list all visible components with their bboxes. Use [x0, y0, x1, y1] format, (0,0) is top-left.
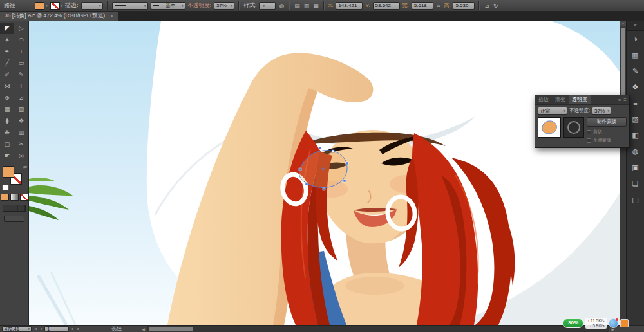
- fill-dropdown-icon[interactable]: ▾: [46, 4, 48, 8]
- tool-gradient[interactable]: ▧: [14, 104, 28, 115]
- first-artboard-icon[interactable]: «: [33, 326, 37, 332]
- chevron-down-icon[interactable]: ▾: [608, 109, 610, 113]
- fill-swatch[interactable]: [3, 166, 14, 178]
- graphic-styles-panel-icon[interactable]: ▣: [627, 160, 644, 176]
- tool-column-graph[interactable]: ▥: [14, 127, 28, 138]
- horizontal-scroll-thumb[interactable]: [149, 327, 193, 331]
- clip-option[interactable]: 剪切: [587, 129, 627, 135]
- constrain-proportions-icon[interactable]: ∞: [436, 3, 441, 9]
- tool-perspective-grid[interactable]: ⊿: [14, 92, 28, 104]
- tool-pen[interactable]: ✒: [0, 46, 14, 57]
- tray-app-icon[interactable]: [620, 319, 629, 327]
- chevron-down-icon[interactable]: ▾: [28, 327, 30, 331]
- tool-shape-builder[interactable]: ⊕: [0, 92, 14, 104]
- tool-artboard[interactable]: ▢: [0, 138, 14, 150]
- tool-type[interactable]: T: [14, 46, 28, 57]
- scroll-up-icon[interactable]: ▲: [620, 21, 626, 26]
- tab-transparency[interactable]: 透明度: [569, 95, 591, 104]
- previous-artboard-icon[interactable]: ‹: [39, 326, 43, 332]
- tab-gradient[interactable]: 渐变: [552, 95, 569, 104]
- document-tab[interactable]: 36 [转换].AI* @ 472.4% (RGB/GPU 预览) ×: [0, 12, 118, 21]
- next-artboard-icon[interactable]: ›: [71, 326, 74, 332]
- tab-stroke[interactable]: 描边: [535, 95, 552, 104]
- tool-eyedropper[interactable]: ⧫: [0, 115, 14, 127]
- opacity-combo[interactable]: 37% ▾: [214, 2, 234, 10]
- expand-panels-icon[interactable]: «: [627, 21, 644, 31]
- layers-panel-icon[interactable]: ❏: [627, 176, 644, 192]
- object-thumbnail[interactable]: [538, 117, 561, 138]
- panel-opacity-combo[interactable]: 37% ▾: [592, 107, 611, 115]
- recolor-artwork-icon[interactable]: ◍: [278, 3, 285, 9]
- y-position-field[interactable]: 58.642: [373, 2, 400, 10]
- chevron-down-icon[interactable]: ▾: [564, 109, 565, 113]
- tool-line[interactable]: ╱: [0, 57, 14, 69]
- mask-thumbnail[interactable]: [564, 117, 584, 138]
- tool-pencil[interactable]: ✎: [14, 69, 28, 80]
- close-icon[interactable]: ×: [110, 13, 113, 19]
- artboard-number-field[interactable]: 1: [44, 326, 69, 332]
- invert-mask-option[interactable]: 反相蒙版: [587, 137, 627, 143]
- tool-direct-selection[interactable]: ▷: [14, 23, 28, 34]
- tool-magic-wand[interactable]: ✶: [0, 34, 14, 46]
- opacity-label[interactable]: 不透明度:: [188, 2, 211, 10]
- chevron-down-icon[interactable]: ▾: [99, 4, 101, 8]
- tool-rectangle[interactable]: ▭: [14, 57, 28, 69]
- brush-definition-combo[interactable]: 基本 ▾: [151, 2, 185, 10]
- color-button[interactable]: [1, 194, 9, 201]
- height-field[interactable]: 5.530: [453, 2, 475, 10]
- scroll-left-icon[interactable]: ◀: [142, 327, 145, 331]
- symbols-panel-icon[interactable]: ❖: [627, 79, 644, 95]
- last-artboard-icon[interactable]: »: [76, 326, 80, 332]
- brushes-panel-icon[interactable]: ✎: [627, 63, 644, 79]
- width-profile-combo[interactable]: ▾: [112, 2, 148, 10]
- stroke-dropdown-icon[interactable]: ▾: [61, 4, 63, 8]
- chevron-down-icon[interactable]: ▾: [263, 4, 265, 8]
- gradient-button[interactable]: [10, 194, 19, 201]
- invert-mask-checkbox[interactable]: [587, 138, 591, 143]
- x-position-field[interactable]: 148.421: [336, 2, 363, 10]
- stroke-weight-combo[interactable]: ▾: [81, 2, 103, 10]
- vertical-scrollbar[interactable]: ▲ ▼: [620, 21, 626, 325]
- tool-lasso[interactable]: ◠: [14, 34, 28, 46]
- panel-menu-icon[interactable]: ≡: [623, 97, 627, 103]
- document-canvas[interactable]: [29, 21, 620, 325]
- align-horizontal-icon[interactable]: ▤: [294, 3, 301, 9]
- tool-slice[interactable]: ✂: [14, 138, 28, 150]
- align-vertical-icon[interactable]: ▥: [303, 3, 310, 9]
- width-field[interactable]: 5.618: [412, 2, 433, 10]
- swap-fill-stroke-icon[interactable]: ⇄: [23, 165, 27, 170]
- screen-mode-button[interactable]: [4, 216, 24, 222]
- swatches-panel-icon[interactable]: ▦: [627, 47, 644, 63]
- style-combo[interactable]: ▾: [259, 2, 276, 10]
- default-fill-stroke-icon[interactable]: [2, 185, 9, 190]
- color-panel-icon[interactable]: ◑: [627, 31, 644, 47]
- tool-blend[interactable]: ❖: [14, 115, 28, 127]
- artboards-panel-icon[interactable]: ▢: [627, 192, 644, 208]
- shear-icon[interactable]: ⊿: [484, 3, 490, 9]
- distribute-icon[interactable]: ▦: [312, 3, 319, 9]
- tool-width[interactable]: ⋈: [0, 80, 14, 92]
- tool-mesh[interactable]: ▦: [0, 104, 14, 115]
- none-button[interactable]: [20, 194, 28, 201]
- chevron-down-icon[interactable]: ▾: [182, 4, 184, 8]
- horizontal-scrollbar[interactable]: [147, 326, 610, 332]
- clip-checkbox[interactable]: [587, 130, 591, 134]
- antivirus-tray-icon[interactable]: [609, 318, 618, 328]
- make-mask-button[interactable]: 制作蒙版: [587, 117, 627, 127]
- tool-zoom[interactable]: ◎: [14, 150, 28, 161]
- cpu-usage-badge[interactable]: 30%: [563, 318, 583, 328]
- fill-color-swatch[interactable]: [35, 2, 44, 10]
- tool-hand[interactable]: ☛: [0, 150, 14, 161]
- stroke-label[interactable]: 描边:: [65, 1, 79, 10]
- chevron-down-icon[interactable]: ▾: [144, 4, 146, 8]
- rotate-icon[interactable]: ↻: [493, 3, 499, 9]
- collapse-panel-icon[interactable]: »: [618, 97, 621, 103]
- tool-selection[interactable]: ◤: [0, 23, 14, 34]
- blend-mode-combo[interactable]: 正常 ▾: [538, 107, 567, 115]
- stroke-color-swatch[interactable]: [50, 2, 60, 10]
- tool-symbol-sprayer[interactable]: ❋: [0, 127, 14, 138]
- tool-free-transform[interactable]: ✛: [14, 80, 28, 92]
- drawing-modes[interactable]: [3, 205, 26, 212]
- tool-paintbrush[interactable]: ✐: [0, 69, 14, 80]
- zoom-combo[interactable]: 472.41 ▾: [2, 326, 32, 332]
